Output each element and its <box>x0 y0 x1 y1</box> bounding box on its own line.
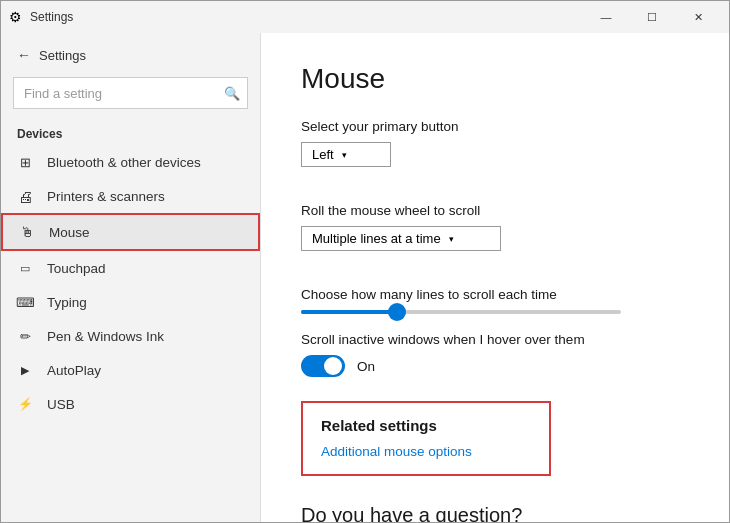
usb-icon: ⚡ <box>17 396 33 412</box>
scroll-wheel-label: Roll the mouse wheel to scroll <box>301 203 689 218</box>
additional-mouse-options-link[interactable]: Additional mouse options <box>321 444 472 459</box>
sidebar-item-bluetooth[interactable]: ⊞ Bluetooth & other devices <box>1 145 260 179</box>
sidebar-section-label: Devices <box>1 117 260 145</box>
primary-button-label: Select your primary button <box>301 119 689 134</box>
related-settings-title: Related settings <box>321 417 531 434</box>
sidebar-item-autoplay[interactable]: ▶ AutoPlay <box>1 353 260 387</box>
chevron-down-icon-2: ▾ <box>449 234 454 244</box>
search-icon: 🔍 <box>224 86 240 101</box>
sidebar-item-label-autoplay: AutoPlay <box>47 363 101 378</box>
sidebar-item-usb[interactable]: ⚡ USB <box>1 387 260 421</box>
app-body: ← Settings 🔍 Devices ⊞ Bluetooth & other… <box>1 33 729 522</box>
sidebar-item-label-bluetooth: Bluetooth & other devices <box>47 155 201 170</box>
sidebar-item-printers[interactable]: 🖨 Printers & scanners <box>1 179 260 213</box>
main-panel: Mouse Select your primary button Left ▾ … <box>261 33 729 522</box>
sidebar-item-label-printers: Printers & scanners <box>47 189 165 204</box>
pen-icon: ✏ <box>17 328 33 344</box>
scroll-wheel-group: Roll the mouse wheel to scroll Multiple … <box>301 203 689 269</box>
autoplay-icon: ▶ <box>17 362 33 378</box>
slider-thumb[interactable] <box>388 303 406 321</box>
primary-button-value: Left <box>312 147 334 162</box>
question-title: Do you have a question? <box>301 504 689 522</box>
title-bar-title: Settings <box>30 10 73 24</box>
page-title: Mouse <box>301 63 689 95</box>
back-label: Settings <box>39 48 86 63</box>
sidebar-item-pen[interactable]: ✏ Pen & Windows Ink <box>1 319 260 353</box>
sidebar-item-label-mouse: Mouse <box>49 225 90 240</box>
sidebar-item-mouse[interactable]: 🖱 Mouse <box>1 213 260 251</box>
sidebar-item-label-touchpad: Touchpad <box>47 261 106 276</box>
related-settings-box: Related settings Additional mouse option… <box>301 401 551 476</box>
sidebar: ← Settings 🔍 Devices ⊞ Bluetooth & other… <box>1 33 261 522</box>
title-bar-controls: — ☐ ✕ <box>583 1 721 33</box>
settings-icon: ⚙ <box>9 9 22 25</box>
scroll-wheel-dropdown[interactable]: Multiple lines at a time ▾ <box>301 226 501 251</box>
primary-button-dropdown[interactable]: Left ▾ <box>301 142 391 167</box>
title-bar: ⚙ Settings — ☐ ✕ <box>1 1 729 33</box>
sidebar-item-label-usb: USB <box>47 397 75 412</box>
minimize-button[interactable]: — <box>583 1 629 33</box>
close-button[interactable]: ✕ <box>675 1 721 33</box>
toggle-label: On <box>357 359 375 374</box>
sidebar-item-typing[interactable]: ⌨ Typing <box>1 285 260 319</box>
sidebar-item-label-pen: Pen & Windows Ink <box>47 329 164 344</box>
toggle-knob <box>324 357 342 375</box>
scroll-wheel-value: Multiple lines at a time <box>312 231 441 246</box>
back-icon: ← <box>17 47 31 63</box>
touchpad-icon: ▭ <box>17 260 33 276</box>
inactive-scroll-toggle[interactable] <box>301 355 345 377</box>
slider-fill <box>301 310 397 314</box>
typing-icon: ⌨ <box>17 294 33 310</box>
chevron-down-icon: ▾ <box>342 150 347 160</box>
printers-icon: 🖨 <box>17 188 33 204</box>
scroll-lines-group: Choose how many lines to scroll each tim… <box>301 287 689 314</box>
toggle-row: On <box>301 355 689 377</box>
sidebar-back-button[interactable]: ← Settings <box>1 41 260 69</box>
maximize-button[interactable]: ☐ <box>629 1 675 33</box>
mouse-icon: 🖱 <box>19 224 35 240</box>
bluetooth-icon: ⊞ <box>17 154 33 170</box>
sidebar-search-container: 🔍 <box>13 77 248 109</box>
title-bar-left: ⚙ Settings <box>9 9 583 25</box>
search-input[interactable] <box>13 77 248 109</box>
primary-button-group: Select your primary button Left ▾ <box>301 119 689 185</box>
scroll-lines-slider-track[interactable] <box>301 310 621 314</box>
inactive-scroll-group: Scroll inactive windows when I hover ove… <box>301 332 689 377</box>
inactive-scroll-label: Scroll inactive windows when I hover ove… <box>301 332 689 347</box>
sidebar-item-touchpad[interactable]: ▭ Touchpad <box>1 251 260 285</box>
question-section: Do you have a question? Get help <box>301 504 689 522</box>
scroll-lines-label: Choose how many lines to scroll each tim… <box>301 287 689 302</box>
sidebar-item-label-typing: Typing <box>47 295 87 310</box>
